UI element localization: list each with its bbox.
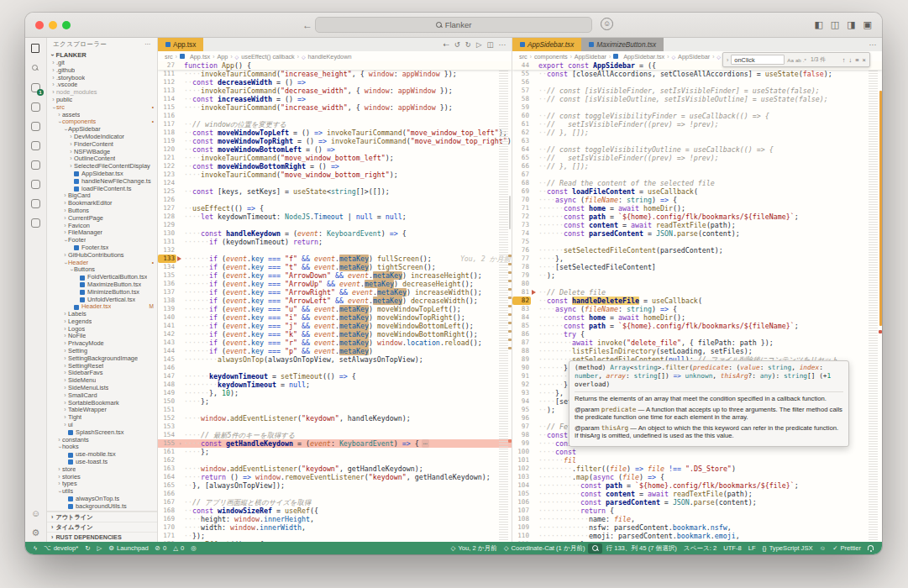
code-line[interactable]: 171··}); <box>158 532 512 540</box>
status-search-chip[interactable] <box>588 543 602 554</box>
code-line[interactable]: 105··········const content = await readT… <box>512 490 882 498</box>
find-previous-icon[interactable]: ↑ <box>842 56 846 64</box>
code-line[interactable]: 144······if (event.key === "p" && event.… <box>158 347 512 355</box>
breadcrumb-item[interactable]: src <box>165 53 173 60</box>
code-line[interactable]: 107··········return { <box>512 507 882 515</box>
code-line[interactable]: 74······const parsedContent = JSON.parse… <box>512 229 882 238</box>
code-line[interactable]: 56 <box>512 78 882 87</box>
code-line[interactable]: 139······if (event.key === "u" && event.… <box>158 305 512 313</box>
code-line[interactable]: 127··useEffect(() => { <box>158 204 512 213</box>
code-line[interactable]: 141······if (event.key === "j" && event.… <box>158 322 512 330</box>
find-toggle-ab[interactable]: ab <box>795 57 801 63</box>
code-line[interactable]: 118··const moveWindowTopLeft = () => inv… <box>158 129 512 137</box>
tree-root[interactable]: › FLANKER <box>47 50 157 60</box>
remote-explorer-icon[interactable] <box>30 140 41 151</box>
minimap[interactable] <box>869 61 878 542</box>
code-line[interactable]: 111····invokeTauriCommand("increase_heig… <box>158 70 512 78</box>
tree-item-findercontent[interactable]: ›FinderContent <box>47 141 157 149</box>
code-line[interactable]: 137······if (event.key === "ArrowRight" … <box>158 288 512 297</box>
code-line[interactable]: 101······fil <box>512 456 882 465</box>
code-line[interactable]: 167··// アプリ画面縦と横のサイズを取得 <box>158 498 512 507</box>
todo-tree-icon[interactable] <box>30 198 41 209</box>
tree-item-loadfilecontent-ts[interactable]: loadFileContent.ts <box>47 186 157 193</box>
code-line[interactable]: 100····const <box>512 448 882 456</box>
run-debug-icon[interactable] <box>30 102 41 113</box>
toggle-sidebar-icon[interactable]: ◧ <box>814 19 822 30</box>
code-line[interactable]: 114··const increaseWidth = () => <box>158 95 512 103</box>
code-line[interactable]: 104··········const path = `${home}.confi… <box>512 481 882 490</box>
tree-item-legends[interactable]: ›Legends <box>47 318 157 326</box>
tree-item-foldverticalbutton-tsx[interactable]: FoldVerticalButton.tsx <box>47 274 157 281</box>
tree-item--github[interactable]: ›.github <box>47 67 157 75</box>
find-input[interactable]: onClick <box>731 55 785 65</box>
breadcrumb-item[interactable]: App <box>217 53 228 60</box>
tree-item-tight[interactable]: ›Tight <box>47 414 157 422</box>
account-icon[interactable]: ☺ <box>30 508 41 519</box>
tree-item-nofile[interactable]: ›NoFile <box>47 333 157 340</box>
code-line[interactable]: 138······if (event.key === "ArrowLeft" &… <box>158 297 512 305</box>
tree-item-devmodeindicator[interactable]: ›DevModeIndicator <box>47 134 157 141</box>
code-line[interactable]: 61··// setIsVisibleFinder((prev) => !pre… <box>512 120 882 129</box>
explorer-more-icon[interactable]: ⋯ <box>144 40 151 48</box>
code-line[interactable]: 169····height: window.innerHeight, <box>158 515 512 523</box>
close-icon[interactable]: × <box>863 56 866 64</box>
tree-item-labels[interactable]: ›Labels <box>47 311 157 318</box>
tree-item-sidebarfavs[interactable]: ›SidebarFavs <box>47 370 157 377</box>
tree-item-use-mobile-tsx[interactable]: use-mobile.tsx <box>47 451 157 459</box>
tree-item-ui[interactable]: ›ui <box>47 422 157 429</box>
status-git-branch[interactable]: ⌥develop* <box>40 542 81 554</box>
status-prettier[interactable]: ✓Prettier <box>829 542 864 554</box>
code-line[interactable]: 146 <box>158 364 512 372</box>
code-line[interactable]: 81··// Delete file <box>512 288 882 297</box>
tree-item-settingbackgroundimage[interactable]: ›SettingBackgroundImage <box>47 355 157 363</box>
code-line[interactable]: 55··const [closeAllAccordions, setCloseA… <box>512 70 882 78</box>
customize-layout-icon[interactable]: ▣ <box>863 19 872 30</box>
code-line[interactable]: 108············name: file, <box>512 515 882 523</box>
tree-item-buttons[interactable]: ›Buttons <box>47 266 157 274</box>
code-line[interactable]: 129 <box>158 221 512 229</box>
code-line[interactable]: 122··const moveWindowBottomRight = () => <box>158 162 512 171</box>
minimap[interactable] <box>499 61 508 542</box>
code-line[interactable]: 103········.map(async (file) => { <box>512 473 882 481</box>
code-line[interactable]: 109············nsfw: parsedContent.bookm… <box>512 523 882 532</box>
tree-item-types[interactable]: ›types <box>47 480 157 488</box>
tree-item-store[interactable]: ›store <box>47 466 157 474</box>
tree-item--git[interactable]: ›.git <box>47 60 157 67</box>
tree-item-filemanager[interactable]: ›FileManager <box>47 229 157 237</box>
status-notifications[interactable] <box>864 542 877 554</box>
code-line[interactable]: 168··const windowSizeRef = useRef({ <box>158 507 512 515</box>
status-blame-you[interactable]: ◇You, 2 か月前 <box>448 542 501 554</box>
code-line[interactable]: 77····}, <box>512 255 882 263</box>
tree-item-sortablebookmark[interactable]: ›SortableBookmark <box>47 400 157 407</box>
code-line[interactable]: 145········alwaysOnTop(alwaysOnTopView, … <box>158 355 512 364</box>
editor-action-icon[interactable]: ↺ <box>454 40 460 49</box>
code-line[interactable]: 147······keydownTimeout = setTimeout(() … <box>158 372 512 381</box>
code-line[interactable]: 63 <box>512 137 882 145</box>
code-line[interactable]: 149······}, 10); <box>158 389 512 397</box>
status-warnings[interactable]: △0 <box>170 542 187 554</box>
code-line[interactable]: 164····return () => window.removeEventLi… <box>158 473 512 481</box>
code-line[interactable]: 71······const home = await homeDir(); <box>512 204 882 213</box>
tree-item-logos[interactable]: ›Logos <box>47 326 157 333</box>
tab-app-tsx[interactable]: App.tsx <box>158 38 203 51</box>
tree-item-minimizebutton-tsx[interactable]: MinimizeButton.tsx <box>47 289 157 297</box>
code-line[interactable]: 85······const path = `${home}.config/flk… <box>512 322 882 330</box>
code-line[interactable]: 102········.filter((file) => file !== ".… <box>512 465 882 473</box>
code-line[interactable]: 123····invokeTauriCommand("move_window_b… <box>158 171 512 179</box>
code-line[interactable]: 78····[setSelectedFileContent] <box>512 263 882 271</box>
status-language-mode[interactable]: {}TypeScript JSX <box>759 542 816 554</box>
tree-item-footer[interactable]: ›Footer <box>47 237 157 244</box>
tree-item--vscode[interactable]: ›.vscode <box>47 81 157 89</box>
code-line[interactable]: 165··}, [alwaysOnTopView]); <box>158 481 512 490</box>
editor-action-icon[interactable]: ⋯ <box>869 40 877 49</box>
search-icon[interactable] <box>30 63 41 74</box>
tab-appsidebar-tsx[interactable]: AppSidebar.tsx <box>512 38 581 51</box>
breadcrumb-item[interactable]: AppSidebar.tsx <box>623 53 664 60</box>
panel--[interactable]: ›タイムライン <box>47 522 157 532</box>
code-line[interactable]: 70····async (fileName: string) => { <box>512 196 882 204</box>
docker-icon[interactable] <box>30 179 41 190</box>
status-launchpad[interactable]: ⚙Launchpad <box>105 542 151 554</box>
code-line[interactable]: 80 <box>512 280 882 288</box>
code-line[interactable]: 151 <box>158 406 512 414</box>
code-line[interactable]: 155›····const getHandleKeydown = (event:… <box>158 439 512 448</box>
